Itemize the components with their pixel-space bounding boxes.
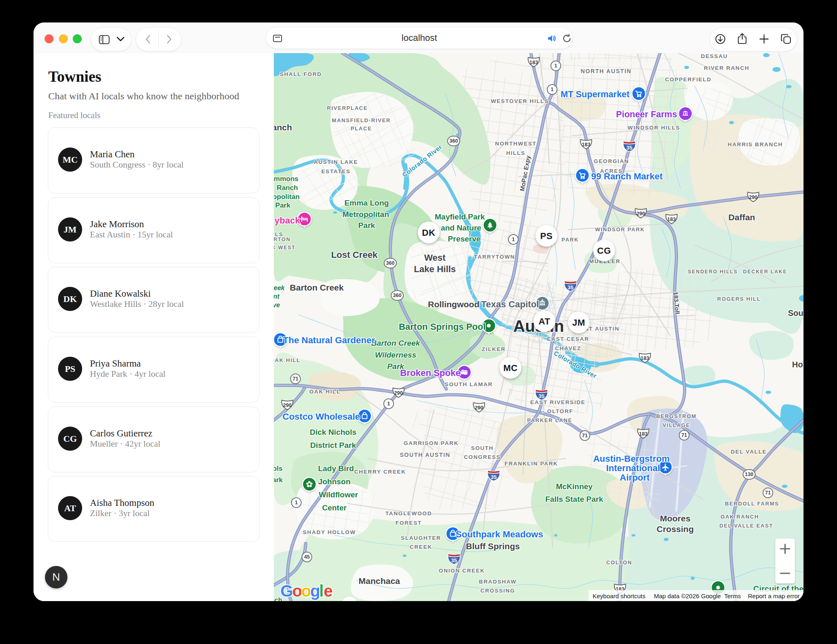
svg-text:JM: JM (572, 318, 585, 328)
svg-text:Wilderness: Wilderness (375, 351, 416, 359)
svg-text:Falls State Park: Falls State Park (545, 495, 603, 503)
svg-text:LS: LS (275, 231, 283, 237)
svg-text:ols: ols (274, 465, 282, 472)
svg-text:BERDOLL FARMS: BERDOLL FARMS (725, 501, 779, 507)
svg-text:35: 35 (627, 145, 632, 151)
svg-text:yback: yback (275, 215, 300, 226)
svg-text:MT Supermarket: MT Supermarket (561, 89, 629, 99)
svg-text:290: 290 (749, 195, 758, 200)
svg-text:71: 71 (293, 376, 298, 382)
svg-text:ONION CREEK: ONION CREEK (439, 568, 485, 574)
svg-text:GEORGIAN: GEORGIAN (594, 158, 629, 164)
svg-text:ESTATES: ESTATES (321, 168, 350, 174)
svg-text:PS: PS (540, 231, 553, 241)
svg-text:RIVERPLACE: RIVERPLACE (327, 105, 368, 111)
svg-text:Emma Long: Emma Long (345, 199, 389, 207)
svg-text:MC: MC (503, 363, 517, 373)
svg-text:CG: CG (597, 246, 611, 256)
svg-text:360: 360 (450, 138, 458, 144)
svg-text:nt: nt (274, 293, 280, 300)
svg-text:EAST RIVERSIDE: EAST RIVERSIDE (530, 399, 586, 405)
svg-text:130: 130 (745, 472, 754, 477)
svg-text:COLTON: COLTON (606, 559, 632, 566)
svg-text:Broken Spoke: Broken Spoke (400, 368, 461, 378)
svg-text:Center: Center (322, 503, 347, 512)
svg-text:Pioneer Farms: Pioneer Farms (616, 110, 677, 119)
svg-text:o: o (301, 582, 311, 600)
svg-text:DECKER LAKE: DECKER LAKE (743, 269, 787, 275)
svg-text:35: 35 (451, 557, 457, 564)
svg-text:mmons: mmons (274, 175, 298, 183)
svg-text:WESTOVER HILLS: WESTOVER HILLS (491, 98, 549, 104)
svg-text:Preserve: Preserve (448, 235, 481, 243)
svg-text:FOREST: FOREST (396, 520, 422, 526)
svg-text:290: 290 (637, 211, 645, 217)
svg-text:WINDSOR PARK: WINDSOR PARK (595, 226, 645, 233)
svg-text:Rollingwood: Rollingwood (428, 300, 479, 309)
svg-text:e: e (324, 582, 333, 600)
svg-text:CROSSING: CROSSING (481, 588, 515, 594)
svg-text:West: West (424, 253, 446, 263)
svg-text:SENDERO HILLS: SENDERO HILLS (688, 269, 738, 275)
svg-text:DEL VALLE EAST: DEL VALLE EAST (719, 523, 773, 529)
svg-text:G: G (280, 582, 293, 600)
svg-text:COPPERFIELD: COPPERFIELD (665, 76, 712, 83)
svg-text:Dick Nichols: Dick Nichols (310, 428, 356, 436)
svg-text:BRADSHAW: BRADSHAW (479, 579, 517, 585)
svg-text:1: 1 (555, 63, 557, 69)
svg-text:Mayfield Park: Mayfield Park (435, 212, 485, 221)
svg-text:CHAVEZ: CHAVEZ (555, 345, 581, 351)
svg-text:- OLTORF: - OLTORF (542, 408, 573, 414)
svg-text:WINDSOR HILLS: WINDSOR HILLS (628, 125, 680, 131)
svg-text:opolitan: opolitan (274, 193, 300, 201)
svg-text:DESSAU: DESSAU (701, 53, 728, 59)
svg-text:Moores: Moores (660, 514, 691, 523)
svg-text:PLACE: PLACE (351, 125, 372, 132)
svg-text:o: o (292, 582, 302, 600)
svg-text:45: 45 (304, 554, 310, 560)
svg-text:K WEST: K WEST (274, 245, 295, 250)
svg-text:SHALL FORD: SHALL FORD (280, 71, 322, 77)
svg-text:290: 290 (394, 390, 403, 396)
svg-text:ve: ve (274, 302, 280, 309)
svg-text:Crossing: Crossing (656, 524, 694, 534)
svg-text:reek: reek (274, 284, 285, 291)
svg-text:CREEK: CREEK (410, 544, 432, 550)
svg-text:Austin-Bergstrom: Austin-Bergstrom (593, 454, 669, 464)
svg-text:EAST CESAR: EAST CESAR (547, 336, 589, 342)
svg-text:FRANKLIN PARK: FRANKLIN PARK (505, 461, 558, 467)
svg-text:MANSFIELD-RIVER: MANSFIELD-RIVER (332, 117, 391, 123)
svg-text:Ho: Ho (792, 360, 803, 369)
svg-text:Ranch: Ranch (277, 184, 298, 192)
svg-text:CHERRY CREEK: CHERRY CREEK (354, 469, 406, 475)
svg-text:ark: ark (274, 476, 283, 484)
svg-text:VILLAGE: VILLAGE (662, 422, 690, 428)
svg-text:Souther: Souther (788, 309, 803, 318)
svg-text:Costco Wholesale: Costco Wholesale (282, 411, 360, 422)
svg-text:g: g (310, 582, 320, 600)
svg-text:Lady Bird: Lady Bird (318, 464, 354, 473)
svg-text:Park: Park (358, 221, 375, 230)
svg-text:183: 183 (530, 60, 538, 65)
svg-text:Barton Creek: Barton Creek (290, 283, 344, 292)
svg-text:35: 35 (491, 474, 497, 480)
svg-text:183: 183 (641, 356, 649, 361)
svg-text:Barton Springs Pool: Barton Springs Pool (399, 322, 486, 332)
svg-text:DEL VALLE: DEL VALLE (731, 449, 767, 455)
svg-text:1: 1 (387, 401, 390, 407)
svg-text:TANGLEWOOD: TANGLEWOOD (385, 510, 432, 517)
svg-text:OAK HILL: OAK HILL (274, 357, 300, 363)
svg-text:Lake Hills: Lake Hills (414, 264, 456, 274)
svg-text:71: 71 (765, 490, 771, 496)
svg-text:Texas Capitol: Texas Capitol (481, 299, 539, 309)
svg-text:Terms: Terms (724, 593, 741, 599)
svg-text:DK: DK (422, 228, 436, 238)
svg-text:360: 360 (393, 293, 402, 298)
svg-text:GARRISON PARK: GARRISON PARK (404, 440, 459, 446)
svg-text:71: 71 (681, 432, 687, 438)
svg-text:Southpark Meadows: Southpark Meadows (456, 529, 543, 539)
svg-text:71: 71 (582, 433, 588, 438)
svg-text:RIVER RANCH: RIVER RANCH (704, 65, 749, 71)
svg-text:ZILKER: ZILKER (482, 346, 506, 352)
svg-text:99 Ranch Market: 99 Ranch Market (591, 171, 663, 181)
